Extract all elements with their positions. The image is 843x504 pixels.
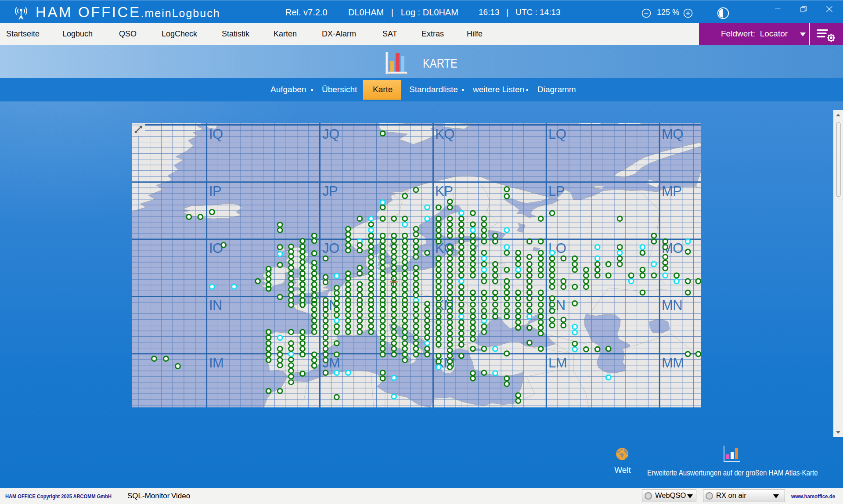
svg-text:IQ: IQ — [209, 126, 223, 142]
svg-text:IO: IO — [209, 241, 223, 256]
svg-text:JP: JP — [322, 184, 338, 199]
svg-text:MN: MN — [662, 298, 682, 313]
svg-text:KP: KP — [435, 184, 453, 199]
svg-text:MQ: MQ — [662, 126, 683, 142]
svg-text:JQ: JQ — [322, 126, 339, 142]
svg-text:IN: IN — [209, 298, 222, 313]
svg-text:LQ: LQ — [548, 126, 566, 142]
svg-text:MM: MM — [662, 355, 684, 371]
svg-text:MP: MP — [662, 184, 682, 199]
svg-text:JO: JO — [322, 241, 339, 256]
svg-text:KQ: KQ — [435, 126, 454, 142]
svg-text:LM: LM — [548, 355, 567, 371]
svg-text:IM: IM — [209, 355, 223, 371]
svg-text:LP: LP — [548, 184, 565, 199]
svg-text:IP: IP — [209, 184, 221, 199]
